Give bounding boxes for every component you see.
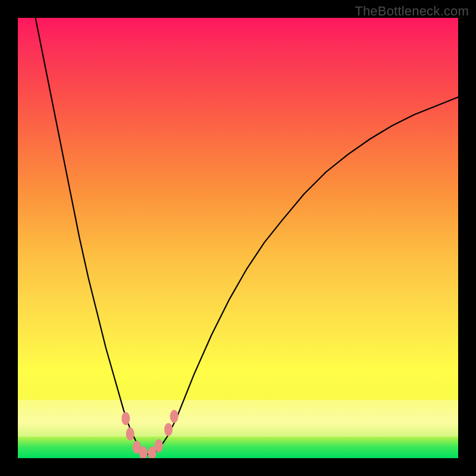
plot-area xyxy=(18,18,458,458)
curve-marker xyxy=(126,427,134,440)
curve-marker xyxy=(121,412,130,425)
curve-marker xyxy=(170,410,178,423)
watermark-text: TheBottleneck.com xyxy=(355,4,469,19)
curve-right-branch xyxy=(150,97,458,455)
chart-frame: TheBottleneck.com xyxy=(0,0,476,476)
markers-group xyxy=(121,410,178,458)
curve-marker xyxy=(155,439,163,452)
curve-marker xyxy=(164,423,173,436)
curve-left-branch xyxy=(36,18,150,455)
curve-svg xyxy=(18,18,458,458)
